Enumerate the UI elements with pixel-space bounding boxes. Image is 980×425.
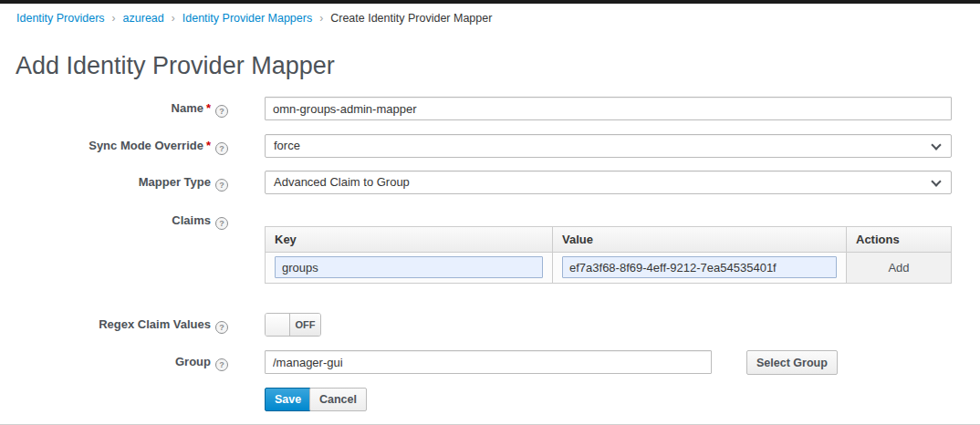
breadcrumb-current: Create Identity Provider Mapper: [330, 12, 492, 25]
claims-actions-header: Actions: [846, 227, 951, 253]
help-icon[interactable]: ?: [215, 105, 228, 118]
select-group-button[interactable]: Select Group: [746, 350, 838, 375]
page-title: Add Identity Provider Mapper: [16, 52, 335, 80]
claims-label-text: Claims: [172, 213, 211, 227]
claims-actions-cell: Add: [846, 253, 951, 283]
name-label: Name*?: [0, 97, 228, 120]
regex-claim-values-label-text: Regex Claim Values: [99, 317, 211, 331]
name-input[interactable]: [265, 97, 952, 120]
group-label: Group?: [0, 350, 228, 374]
add-claim-button[interactable]: Add: [888, 261, 909, 275]
toggle-handle: [266, 314, 290, 336]
mapper-type-selected-value: Advanced Claim to Group: [274, 175, 410, 189]
mapper-type-label-text: Mapper Type: [139, 175, 211, 189]
sync-mode-override-label-text: Sync Mode Override: [89, 139, 203, 152]
group-input[interactable]: [265, 350, 712, 374]
claims-key-cell: [266, 253, 552, 283]
save-button[interactable]: Save: [265, 388, 311, 411]
sync-mode-override-selected-value: force: [274, 139, 300, 152]
help-icon[interactable]: ?: [215, 358, 228, 371]
help-icon[interactable]: ?: [215, 321, 228, 334]
mapper-type-label: Mapper Type?: [0, 171, 228, 194]
cancel-button[interactable]: Cancel: [309, 388, 367, 411]
claims-table-header: Key Value Actions: [266, 227, 951, 253]
claims-label: Claims?: [0, 209, 228, 233]
name-label-text: Name: [172, 101, 203, 115]
claims-table-row: Add: [266, 253, 951, 283]
group-label-text: Group: [175, 355, 211, 368]
regex-claim-values-label: Regex Claim Values?: [0, 313, 228, 337]
breadcrumb-link-identity-provider-mappers[interactable]: Identity Provider Mappers: [182, 12, 312, 25]
claims-key-header: Key: [266, 227, 552, 253]
chevron-right-icon: ›: [164, 12, 182, 25]
required-asterisk: *: [206, 139, 211, 152]
chevron-right-icon: ›: [312, 12, 330, 25]
breadcrumb-link-azuread[interactable]: azuread: [123, 12, 164, 25]
chevron-down-icon: [931, 140, 941, 150]
help-icon[interactable]: ?: [215, 179, 228, 192]
sync-mode-override-select[interactable]: force: [265, 134, 952, 158]
help-icon[interactable]: ?: [215, 142, 228, 155]
add-identity-provider-mapper-page: Identity Providers›azuread›Identity Prov…: [0, 0, 980, 425]
top-border: [0, 0, 980, 4]
help-icon[interactable]: ?: [215, 217, 228, 230]
claim-value-input[interactable]: [562, 256, 837, 278]
sync-mode-override-label: Sync Mode Override*?: [0, 134, 228, 158]
toggle-off-label: OFF: [290, 314, 320, 336]
claims-value-cell: [552, 253, 846, 283]
breadcrumb: Identity Providers›azuread›Identity Prov…: [16, 12, 492, 25]
chevron-right-icon: ›: [105, 12, 123, 25]
claims-table: Key Value Actions Add: [265, 226, 952, 284]
required-asterisk: *: [206, 101, 211, 115]
claim-key-input[interactable]: [275, 256, 543, 278]
regex-claim-values-toggle[interactable]: OFF: [265, 313, 321, 337]
chevron-down-icon: [931, 176, 941, 186]
claims-value-header: Value: [552, 227, 846, 253]
breadcrumb-link-identity-providers[interactable]: Identity Providers: [16, 12, 105, 25]
mapper-type-select[interactable]: Advanced Claim to Group: [265, 171, 952, 194]
